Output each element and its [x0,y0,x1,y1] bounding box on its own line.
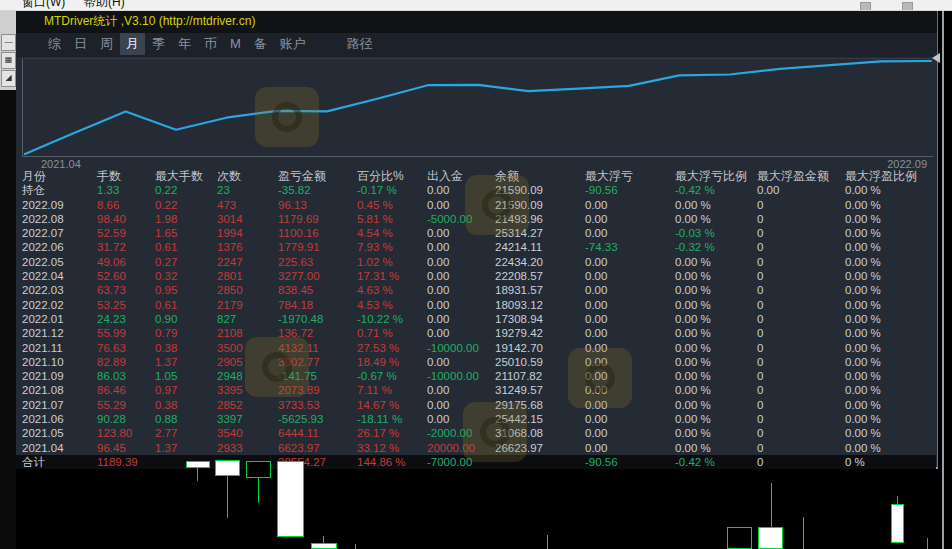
tab-季[interactable]: 季 [146,33,171,55]
collapse-icon[interactable]: — [1,34,16,51]
image-icon[interactable]: ▦ [1,52,16,69]
cell-7: 0.00 [585,441,675,455]
cell-7: 0.00 [585,369,675,383]
cell-3: 4132.11 [278,341,357,355]
cell-3: 1100.16 [278,226,357,240]
column-header-2: 最大手数 [155,169,217,183]
cell-4: -0.67 % [357,369,427,383]
window-title: MTDriver统计 ,V3.10 (http://mtdriver.cn) [44,14,255,28]
tab-月[interactable]: 月 [120,33,145,55]
cell-9: 0 [757,255,845,269]
tab-币[interactable]: 币 [198,33,223,55]
cell-2: 2850 [217,283,278,297]
cell-month: 2022.07 [22,226,97,240]
cell-2: 1994 [217,226,278,240]
cell-1: 1.37 [155,355,217,369]
menu-item-window[interactable]: 窗口(W) [22,0,65,11]
cell-6: 31068.08 [495,426,585,440]
cell-5: 0.00 [427,198,495,212]
candlestick-chart-background [0,470,952,549]
panel-splitter[interactable] [942,10,944,549]
tab-周[interactable]: 周 [94,33,119,55]
window-title-bar[interactable]: MTDriver统计 ,V3.10 (http://mtdriver.cn) [16,10,937,33]
cell-7: 0.00 [585,255,675,269]
cell-1: 0.38 [155,341,217,355]
cell-6: 22434.20 [495,255,585,269]
cell-4: -10.22 % [357,312,427,326]
cell-7: 0.00 [585,412,675,426]
cell-1: 0.97 [155,383,217,397]
cell-6: 25010.59 [495,355,585,369]
cell-9: 0 [757,269,845,283]
tab-账户[interactable]: 账户 [274,33,312,55]
cell-2: 3540 [217,426,278,440]
cell-5: 0.00 [427,183,495,197]
cell-5: 0.00 [427,355,495,369]
cell-0: 55.99 [97,326,155,340]
table-row: 2022.0549.060.272247225.631.02 %0.002243… [16,255,936,269]
cell-10: 0.00 % [845,426,936,440]
cell-7: 0.00 [585,198,675,212]
cell-1 [155,455,217,469]
cell-2: 3500 [217,341,278,355]
cell-4: 18.49 % [357,355,427,369]
tab-M[interactable]: M [224,33,247,55]
edit-icon[interactable]: ◢ [1,70,16,87]
minimize-icon[interactable] [860,2,871,11]
menu-item-help[interactable]: 帮助(H) [84,0,125,11]
table-row: 2021.1082.891.3729053902.7718.49 %0.0025… [16,355,936,369]
cell-3: 136.72 [278,326,357,340]
tab-path[interactable]: 路径 [341,33,379,55]
cell-1: 0.38 [155,398,217,412]
cell-2: 473 [217,198,278,212]
cell-9: 0 [757,283,845,297]
cell-1: 0.79 [155,326,217,340]
cell-2: 2948 [217,369,278,383]
cell-1: 0.88 [155,412,217,426]
table-row: 2022.0898.401.9830141179.695.81 %-5000.0… [16,212,936,226]
tab-备[interactable]: 备 [248,33,273,55]
cell-5: 20000.00 [427,441,495,455]
cell-7: 0.00 [585,283,675,297]
cell-10: 0.00 % [845,298,936,312]
collapse-arrow-icon[interactable] [932,53,940,63]
cell-4: 17.31 % [357,269,427,283]
column-header-10: 最大浮盈金额 [757,169,845,183]
cell-7: -90.56 [585,183,675,197]
tab-综[interactable]: 综 [42,33,67,55]
cell-month: 2022.02 [22,298,97,312]
table-row: 2021.0986.031.052948-141.75-0.67 %-10000… [16,369,936,383]
cell-8: 0.00 % [675,369,757,383]
table-row: 持仓1.330.2223-35.82-0.17 %0.0021590.09-90… [16,183,936,197]
cell-2: 2905 [217,355,278,369]
cell-8: 0.00 % [675,398,757,412]
cell-5: -2000.00 [427,426,495,440]
cell-7: 0.00 [585,312,675,326]
close-icon[interactable] [902,2,913,11]
cell-4: -18.11 % [357,412,427,426]
cell-7: 0.00 [585,226,675,240]
cell-4: 1.02 % [357,255,427,269]
cell-5: -7000.00 [427,455,495,469]
tab-日[interactable]: 日 [68,33,93,55]
cell-6: 21493.96 [495,212,585,226]
cell-2: 3014 [217,212,278,226]
cell-10: 0.00 % [845,255,936,269]
cell-6: 25314.27 [495,226,585,240]
cell-8: -0.03 % [675,226,757,240]
cell-9: 0 [757,355,845,369]
cell-0: 96.45 [97,441,155,455]
cell-6: 31249.57 [495,383,585,397]
tab-年[interactable]: 年 [172,33,197,55]
cell-month: 2021.08 [22,383,97,397]
cell-month: 持仓 [22,183,97,197]
cell-2: 2108 [217,326,278,340]
cell-3: 225.63 [278,255,357,269]
cell-month: 2021.06 [22,412,97,426]
cell-month: 2022.06 [22,240,97,254]
cell-9: 0 [757,341,845,355]
cell-0: 24.23 [97,312,155,326]
column-header-6: 出入金 [427,169,495,183]
cell-6: 21590.09 [495,198,585,212]
mtdriver-stats-window: MTDriver统计 ,V3.10 (http://mtdriver.cn) 综… [16,10,938,469]
